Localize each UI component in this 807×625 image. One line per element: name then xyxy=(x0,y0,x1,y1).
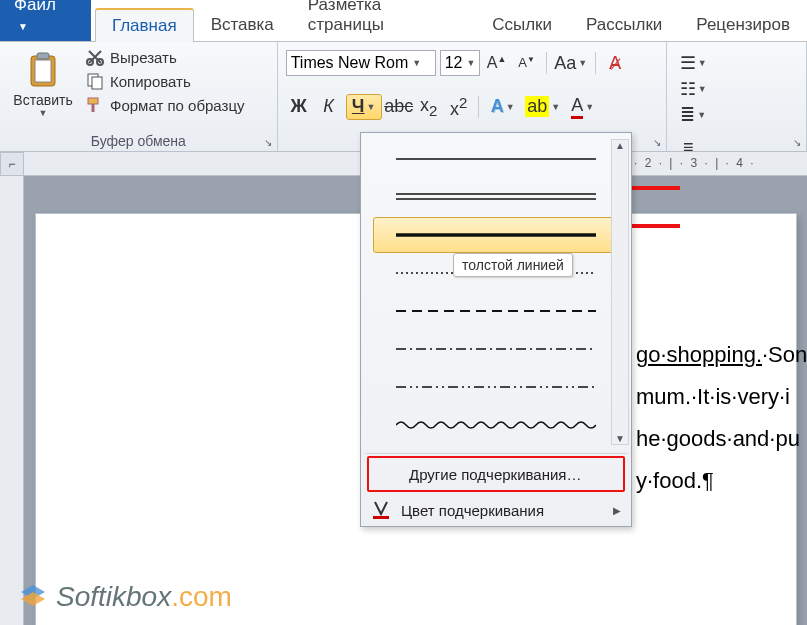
group-launcher-icon[interactable]: ↘ xyxy=(261,135,275,149)
underline-style-dashed[interactable] xyxy=(373,293,619,329)
clear-formatting-button[interactable]: A̷ xyxy=(602,50,628,76)
tab-review[interactable]: Рецензиров xyxy=(679,8,807,41)
bullets-icon: ☰ xyxy=(680,52,696,74)
tab-label: Вставка xyxy=(211,15,274,34)
group-paragraph: ☰▼ ☷▼ ≣▼ ≡ ≡ ≡ ↘ xyxy=(667,42,807,151)
vertical-ruler[interactable] xyxy=(0,176,24,625)
underline-icon: Ч xyxy=(352,96,365,117)
underline-style-dash-dot[interactable] xyxy=(373,331,619,367)
numbering-icon: ☷ xyxy=(680,78,696,100)
chevron-down-icon: ▼ xyxy=(697,110,706,120)
font-color-button[interactable]: A▼ xyxy=(565,94,601,120)
chevron-down-icon: ▼ xyxy=(551,102,560,112)
underline-color-item[interactable]: Цвет подчеркивания ▶ xyxy=(361,494,631,526)
chevron-down-icon: ▼ xyxy=(412,58,421,68)
numbering-button[interactable]: ☷▼ xyxy=(675,76,711,102)
ruler-corner[interactable]: ⌐ xyxy=(0,152,24,176)
tab-mailings[interactable]: Рассылки xyxy=(569,8,679,41)
change-case-icon: Aa xyxy=(554,53,576,74)
ruler-marks: · 2 · | · 3 · | · 4 · xyxy=(634,156,756,170)
text: he·goods·and·pu xyxy=(636,426,800,451)
underline-style-dotted[interactable]: толстой линией xyxy=(373,255,619,291)
tab-references[interactable]: Ссылки xyxy=(475,8,569,41)
underline-style-list: толстой линией ▲ ▼ xyxy=(361,133,631,451)
subscript-button[interactable]: x2 xyxy=(416,94,442,120)
text-effects-icon: A xyxy=(491,96,504,117)
underline-style-dash-dot-dot[interactable] xyxy=(373,369,619,405)
font-size-combo[interactable]: 12 ▼ xyxy=(440,50,480,76)
highlight-button[interactable]: ab▼ xyxy=(525,94,561,120)
paste-icon xyxy=(23,50,63,90)
italic-button[interactable]: К xyxy=(316,94,342,120)
text: mum.·It·is·very·i xyxy=(636,384,790,409)
font-name-combo[interactable]: Times New Rom ▼ xyxy=(286,50,436,76)
group-clipboard: Вставить ▼ Вырезать Копировать Формат по… xyxy=(0,42,278,151)
paste-label: Вставить xyxy=(13,92,72,108)
chevron-down-icon: ▼ xyxy=(698,84,707,94)
scroll-down-icon[interactable]: ▼ xyxy=(615,433,625,444)
tab-label: Главная xyxy=(112,16,177,35)
text-effects-button[interactable]: A▼ xyxy=(485,94,521,120)
format-painter-button[interactable]: Формат по образцу xyxy=(82,94,249,116)
copy-icon xyxy=(86,72,104,90)
text: y·food.¶ xyxy=(636,468,714,493)
subscript-icon: x2 xyxy=(420,95,437,119)
chevron-down-icon: ▼ xyxy=(466,58,475,68)
cut-button[interactable]: Вырезать xyxy=(82,46,249,68)
tab-label: Рассылки xyxy=(586,15,662,34)
chevron-down-icon: ▼ xyxy=(39,108,48,118)
svg-rect-2 xyxy=(37,53,49,59)
copy-button[interactable]: Копировать xyxy=(82,70,249,92)
font-size-value: 12 xyxy=(445,54,463,72)
chevron-down-icon: ▼ xyxy=(578,58,587,68)
underline-style-double[interactable] xyxy=(373,179,619,215)
blank-icon xyxy=(379,464,399,484)
watermark-text: .com xyxy=(171,581,232,612)
change-case-button[interactable]: Aa▼ xyxy=(553,50,589,76)
font-color-icon: A xyxy=(571,95,583,119)
underline-dropdown: толстой линией ▲ ▼ Другие подчеркивания…… xyxy=(360,132,632,527)
multilevel-button[interactable]: ≣▼ xyxy=(675,102,711,128)
multilevel-icon: ≣ xyxy=(680,104,695,126)
tab-home[interactable]: Главная xyxy=(95,8,194,42)
underline-style-thick[interactable] xyxy=(373,217,619,253)
shrink-font-button[interactable]: A▼ xyxy=(514,50,540,76)
scroll-up-icon[interactable]: ▲ xyxy=(615,140,625,151)
bold-button[interactable]: Ж xyxy=(286,94,312,120)
group-launcher-icon[interactable]: ↘ xyxy=(650,135,664,149)
chevron-down-icon: ▼ xyxy=(698,58,707,68)
logo-icon xyxy=(18,582,48,612)
file-tab[interactable]: Файл ▼ xyxy=(0,0,91,41)
superscript-icon: x2 xyxy=(450,94,467,120)
tab-insert[interactable]: Вставка xyxy=(194,8,291,41)
strikethrough-icon: abc xyxy=(384,96,413,117)
underline-style-single[interactable] xyxy=(373,141,619,177)
underline-button[interactable]: Ч▼ xyxy=(346,94,382,120)
underline-color-icon xyxy=(371,500,391,520)
grow-font-button[interactable]: A▲ xyxy=(484,50,510,76)
tooltip: толстой линией xyxy=(453,253,573,277)
paste-button[interactable]: Вставить ▼ xyxy=(8,46,78,118)
more-underlines-label: Другие подчеркивания… xyxy=(409,466,581,483)
dropdown-scrollbar[interactable]: ▲ ▼ xyxy=(611,139,629,445)
svg-rect-16 xyxy=(373,516,389,519)
eraser-icon: A̷ xyxy=(609,52,621,74)
tab-page-layout[interactable]: Разметка страницы xyxy=(291,0,475,41)
brush-icon xyxy=(86,96,104,114)
underline-style-wave[interactable] xyxy=(373,407,619,443)
text-underlined: go·shopping. xyxy=(636,342,762,367)
svg-rect-6 xyxy=(92,77,102,89)
bullets-button[interactable]: ☰▼ xyxy=(675,50,711,76)
svg-rect-1 xyxy=(35,60,51,82)
document-text[interactable]: go·shopping.·Son mum.·It·is·very·i he·go… xyxy=(636,334,807,502)
scissors-icon xyxy=(86,48,104,66)
strikethrough-button[interactable]: abc xyxy=(386,94,412,120)
file-tab-label: Файл xyxy=(14,0,56,14)
text: ·Son xyxy=(762,342,807,367)
more-underlines-item[interactable]: Другие подчеркивания… xyxy=(367,456,625,492)
format-painter-label: Формат по образцу xyxy=(110,97,245,114)
svg-rect-7 xyxy=(88,98,98,104)
superscript-button[interactable]: x2 xyxy=(446,94,472,120)
group-launcher-icon[interactable]: ↘ xyxy=(790,135,804,149)
cut-label: Вырезать xyxy=(110,49,177,66)
